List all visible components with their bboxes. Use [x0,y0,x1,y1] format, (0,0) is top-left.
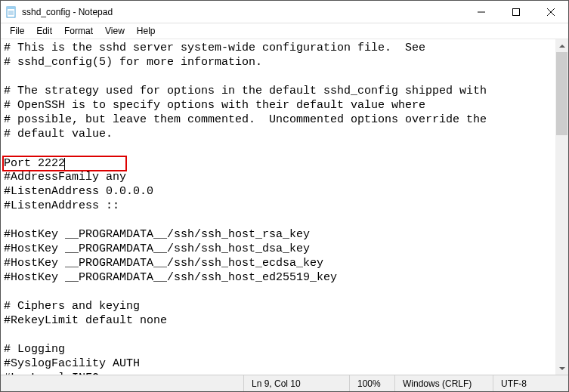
editor-line: #HostKey __PROGRAMDATA__/ssh/ssh_host_ds… [4,242,552,256]
highlighted-text: Port 2222 [2,156,127,171]
scroll-down-arrow-icon[interactable] [555,362,568,375]
editor-line: #ListenAddress :: [4,199,552,213]
scroll-up-arrow-icon[interactable] [555,39,568,52]
editor-area: # This is the sshd server system-wide co… [1,39,568,375]
editor-line: # OpenSSH is to specify options with the… [4,98,552,113]
editor-line [4,328,552,342]
editor-line: #ListenAddress 0.0.0.0 [4,184,552,199]
editor-line: # possible, but leave them commented. Un… [4,113,552,127]
editor-line [4,213,552,227]
editor-line: # Ciphers and keying [4,299,552,313]
menubar: File Edit Format View Help [1,23,568,39]
status-line-ending: Windows (CRLF) [394,375,493,391]
status-zoom: 100% [349,375,394,391]
editor-line: #RekeyLimit default none [4,313,552,328]
editor-line: #AddressFamily any [4,170,552,184]
editor-line: #HostKey __PROGRAMDATA__/ssh/ssh_host_ec… [4,256,552,270]
editor-line: # default value. [4,127,552,141]
menu-view[interactable]: View [99,25,131,37]
svg-marker-10 [559,367,565,370]
editor-line [4,69,552,84]
editor-line: # This is the sshd server system-wide co… [4,41,552,55]
editor-line [4,285,552,299]
editor-line: #HostKey __PROGRAMDATA__/ssh/ssh_host_ed… [4,270,552,285]
menu-help[interactable]: Help [131,25,162,37]
notepad-icon [5,6,17,18]
minimize-button[interactable] [464,1,499,23]
status-encoding: UTF-8 [493,375,568,391]
window-controls [464,1,568,23]
svg-marker-9 [559,45,565,48]
scroll-track[interactable] [555,52,568,362]
status-position: Ln 9, Col 10 [243,375,349,391]
scroll-thumb[interactable] [556,52,567,135]
menu-file[interactable]: File [4,25,30,37]
status-spacer [1,375,243,391]
menu-format[interactable]: Format [58,25,99,37]
editor-line: #SyslogFacility AUTH [4,357,552,371]
text-caret [64,158,65,170]
menu-edit[interactable]: Edit [30,25,58,37]
editor-line [4,141,552,156]
window-title: sshd_config - Notepad [22,7,464,17]
editor-line: # sshd_config(5) for more information. [4,55,552,69]
editor-line: # The strategy used for options in the d… [4,84,552,98]
titlebar: sshd_config - Notepad [1,1,568,23]
text-editor[interactable]: # This is the sshd server system-wide co… [1,39,555,375]
editor-line: # Logging [4,342,552,357]
svg-rect-6 [513,8,520,15]
svg-rect-1 [7,7,15,9]
maximize-button[interactable] [499,1,533,23]
close-button[interactable] [533,1,568,23]
editor-line: #LogLevel INFO [4,371,552,375]
editor-line: #HostKey __PROGRAMDATA__/ssh/ssh_host_rs… [4,227,552,242]
editor-line: Port 2222 [4,156,552,170]
statusbar: Ln 9, Col 10 100% Windows (CRLF) UTF-8 [1,375,568,391]
vertical-scrollbar[interactable] [555,39,568,375]
